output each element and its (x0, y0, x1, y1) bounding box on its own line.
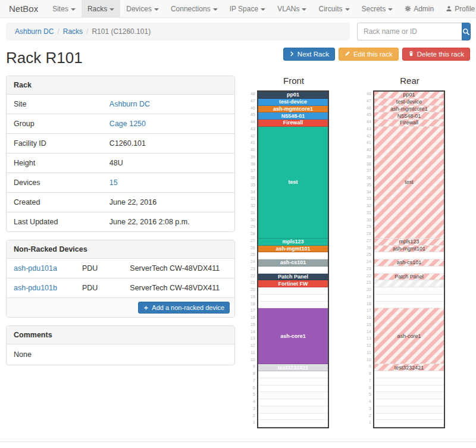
breadcrumb-item-ashburn-dc[interactable]: Ashburn DC (15, 27, 54, 36)
front-elevation-title: Front (257, 76, 330, 86)
rack-device-test3232421-rear[interactable]: test3232421 (374, 364, 444, 371)
rack-attr-row-last-updated: Last UpdatedJune 22, 2016 2:08 p.m. (7, 212, 234, 231)
nav-item-profile[interactable]: Profile (440, 0, 476, 17)
unit-number: 48 (249, 90, 257, 98)
rack-device-fortinet-fw[interactable]: Fortinet FW (258, 280, 328, 287)
unit-number: 38 (249, 161, 257, 168)
rack-device-patch-panel[interactable]: Patch Panel (258, 274, 328, 281)
attr-value-link[interactable]: Ashburn DC (109, 100, 150, 108)
unit-number: 37 (249, 167, 257, 174)
device-link[interactable]: ash-pdu101b (14, 284, 57, 292)
unit-number: 42 (365, 133, 373, 140)
empty-unit-slot (374, 267, 444, 274)
unit-number: 30 (365, 217, 373, 224)
empty-unit-slot (374, 386, 444, 393)
rack-device-mpls123-rear[interactable]: mpls123 (374, 239, 444, 246)
rack-device-label: test3232421 (394, 365, 424, 371)
rack-device-test3232421[interactable]: test3232421 (258, 364, 328, 371)
unit-number: 40 (365, 146, 373, 153)
rack-device-label: test3232421 (278, 365, 308, 371)
rack-search-input[interactable] (357, 23, 462, 40)
nav-item-ip-space[interactable]: IP Space (224, 0, 271, 17)
rack-device-label: test-device (396, 99, 422, 105)
unit-number: 16 (249, 314, 257, 321)
rack-device-ash-core1-rear[interactable]: ash-core1 (374, 308, 444, 364)
unit-number: 32 (249, 202, 257, 209)
rack-device-firewall[interactable]: Firewall (258, 120, 328, 127)
rack-device-ash-mgmt101-rear[interactable]: ash-mgmt101 (374, 246, 444, 253)
rack-device-ash-mgmtcore1[interactable]: ash-mgmtcore1 (258, 106, 328, 113)
empty-unit-slot (258, 252, 328, 259)
attr-value-link[interactable]: Cage 1250 (109, 120, 146, 128)
empty-unit-slot (258, 392, 328, 399)
device-link[interactable]: ash-pdu101a (14, 264, 57, 272)
next-rack-button[interactable]: Next Rack (283, 48, 335, 61)
rack-device-label: ash-mgmtcore1 (390, 106, 428, 112)
unit-number: 28 (365, 230, 373, 237)
nav-item-connections[interactable]: Connections (165, 0, 224, 17)
edit-this-rack-button[interactable]: Edit this rack (339, 48, 399, 61)
nav-item-admin[interactable]: Admin (399, 0, 440, 17)
rack-device-pp01[interactable]: pp01 (258, 92, 328, 99)
nav-item-secrets[interactable]: Secrets (356, 0, 399, 17)
rack-device-ash-cs101[interactable]: ash-cs101 (258, 259, 328, 267)
non-racked-panel-footer: Add a non-racked device (7, 297, 234, 317)
nav-item-sites[interactable]: Sites (46, 0, 82, 17)
add-non-racked-device-button[interactable]: Add a non-racked device (138, 302, 230, 314)
rack-panel-title: Rack (7, 76, 234, 95)
delete-this-rack-button[interactable]: Delete this rack (402, 48, 470, 61)
non-racked-panel-title: Non-Racked Devices (7, 240, 234, 259)
unit-number: 1 (365, 419, 373, 426)
unit-number: 34 (365, 189, 373, 196)
topbar: Ashburn DC/Racks/R101 (C1260.101) (6, 23, 470, 40)
unit-number: 26 (249, 245, 257, 252)
unit-number: 14 (249, 328, 257, 336)
rack-device-ash-mgmt101[interactable]: ash-mgmt101 (258, 246, 328, 253)
rack-device-firewall-rear[interactable]: Firewall (374, 120, 444, 127)
empty-unit-slot (374, 302, 444, 309)
search-button[interactable] (462, 23, 471, 40)
nav-item-vlans[interactable]: VLANs (271, 0, 312, 17)
rack-device-label: test (405, 179, 414, 185)
nav-item-circuits[interactable]: Circuits (312, 0, 355, 17)
rack-device-pp01-rear[interactable]: pp01 (374, 92, 444, 99)
rack-device-ash-mgmtcore1-rear[interactable]: ash-mgmtcore1 (374, 106, 444, 113)
breadcrumb-item-racks[interactable]: Racks (63, 27, 83, 36)
rack-device-n5548-01-rear[interactable]: N5548-01 (374, 112, 444, 120)
rack-device-ash-cs101-rear[interactable]: ash-cs101 (374, 259, 444, 267)
unit-number: 25 (249, 251, 257, 258)
empty-unit-slot (374, 378, 444, 386)
rack-attr-row-created: CreatedJune 22, 2016 (7, 192, 234, 212)
rack-device-test-device-rear[interactable]: test-device (374, 99, 444, 106)
page-footer: netbox-demo01 2016-06-27 15:35:48 UTC Do… (0, 441, 476, 448)
rack-device-n5548-01[interactable]: N5548-01 (258, 112, 328, 120)
rack-device-patch-panel-rear[interactable]: Patch Panel (374, 274, 444, 281)
unit-number: 21 (249, 279, 257, 286)
empty-unit-slot (258, 378, 328, 386)
app-brand[interactable]: NetBox (0, 0, 46, 17)
unit-number: 33 (249, 195, 257, 202)
rack-device-test-rear[interactable]: test (374, 127, 444, 239)
unit-number: 42 (249, 133, 257, 140)
attr-value-link[interactable]: 15 (109, 178, 118, 187)
unit-number: 2 (249, 412, 257, 419)
attr-label: Devices (7, 173, 102, 192)
unit-number: 10 (365, 356, 373, 364)
rack-device-label: Patch Panel (278, 274, 308, 280)
rack-device-label: Fortinet FW (278, 281, 308, 287)
unit-number: 3 (365, 405, 373, 412)
rack-device-ash-core1[interactable]: ash-core1 (258, 308, 328, 364)
rack-device-label: mpls123 (282, 239, 303, 245)
nav-item-devices[interactable]: Devices (120, 0, 165, 17)
unit-number: 25 (365, 251, 373, 258)
rack-device-test[interactable]: test (258, 127, 328, 239)
nav-item-racks[interactable]: Racks (82, 0, 120, 17)
rack-device-label: pp01 (287, 92, 299, 98)
unit-number: 4 (365, 398, 373, 405)
caret-icon (213, 8, 218, 11)
rack-device-label: pp01 (403, 92, 415, 98)
rack-attr-row-site: SiteAshburn DC (7, 95, 234, 114)
empty-unit-slot (258, 302, 328, 309)
rack-device-test-device[interactable]: test-device (258, 99, 328, 106)
rack-device-mpls123[interactable]: mpls123 (258, 239, 328, 246)
